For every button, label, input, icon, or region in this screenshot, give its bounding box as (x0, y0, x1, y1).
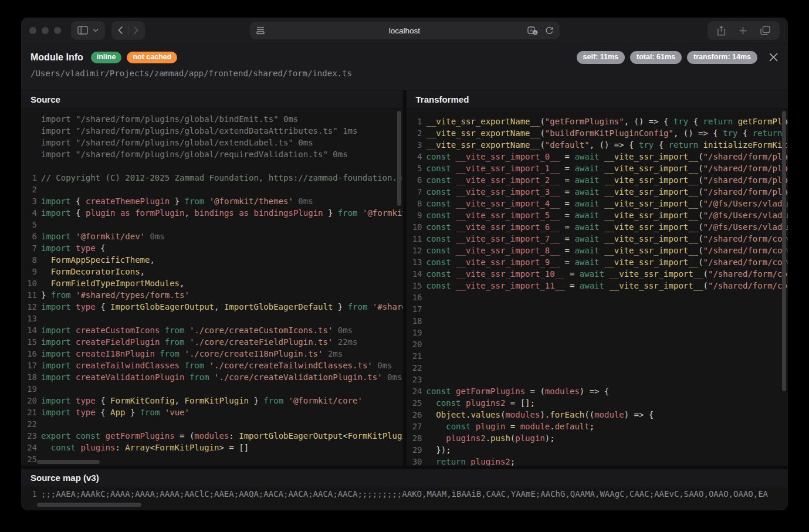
metric-self: self: 11ms (577, 51, 625, 64)
new-tab-button[interactable] (739, 26, 747, 35)
transformed-code: 1__vite_ssr_exportName__("getFormPlugins… (407, 109, 788, 466)
source-vertical-scrollbar[interactable] (397, 111, 401, 206)
reload-button[interactable] (545, 26, 554, 35)
sourcemap-title: Source map (v3) (21, 469, 788, 487)
sidebar-toggle[interactable] (71, 21, 105, 40)
close-button[interactable] (769, 52, 778, 62)
code-line: 27 const plugin = module.default; (407, 421, 788, 432)
window-minimize-button[interactable] (42, 27, 49, 34)
tab-overview-button[interactable] (760, 26, 770, 35)
code-line: 24 const plugins: Array<FormKitPlugin> =… (21, 442, 403, 453)
sourcemap-section: Source map (v3) 1;;;AAEA;AAAkC;AAAA;AAAA… (21, 466, 788, 510)
code-line: 8 FormAppSpecificTheme, (21, 254, 403, 266)
metric-total: total: 61ms (630, 51, 682, 64)
sidebar-icon (77, 26, 88, 35)
translate-button[interactable]: A x (527, 26, 538, 35)
code-line: 23 (407, 374, 788, 385)
browser-titlebar: localhost A x (21, 18, 788, 43)
code-line: 5const __vite_ssr_import_1__ = await __v… (407, 162, 788, 174)
code-line: 8const __vite_ssr_import_4__ = await __v… (407, 198, 788, 209)
code-line: 29 }); (407, 444, 788, 456)
code-line: 9 FormDecoratorIcons, (21, 266, 403, 277)
status-badge-not-cached: not cached (127, 52, 177, 63)
window-close-button[interactable] (29, 27, 36, 34)
source-panel-title: Source (21, 90, 403, 109)
code-line: import "/shared/form/plugins/global/exte… (21, 125, 403, 137)
transformed-panel-title: Transformed (407, 90, 788, 109)
code-line: 26 Object.values(modules).forEach((modul… (407, 409, 788, 421)
code-line: import "/shared/form/plugins/global/exte… (21, 137, 403, 148)
share-button[interactable] (717, 26, 726, 36)
metric-transform: transform: 14ms (687, 51, 757, 64)
module-file-path: /Users/vladimir/Projects/zammad/app/fron… (31, 69, 778, 78)
code-line: 15const __vite_ssr_import_11__ = await _… (407, 280, 788, 292)
code-line: 2__vite_ssr_exportName__("buildFormKitPl… (407, 127, 788, 139)
code-line: 4const __vite_ssr_import_0__ = await __v… (407, 151, 788, 162)
chevron-down-icon (93, 28, 99, 32)
code-line: 30 return plugins2; (407, 456, 788, 466)
code-line: 3import { createThemePlugin } from '@for… (21, 195, 403, 207)
code-line: 19 (21, 383, 403, 395)
transformed-panel: Transformed 1__vite_ssr_exportName__("ge… (407, 90, 788, 466)
code-line: 3__vite_ssr_exportName__("default", () =… (407, 139, 788, 151)
code-line: 21import type { App } from 'vue' (21, 406, 403, 418)
code-line: 25 const plugins2 = []; (407, 397, 788, 409)
sourcemap-code: 1;;;AAEA;AAAkC;AAAA;AAAA;AAAA;AAClC;AAEA… (21, 488, 788, 500)
code-panels: Source import "/shared/form/plugins/glob… (21, 90, 788, 466)
code-line: 20 (407, 338, 788, 350)
code-line: 15import createFieldPlugin from './core/… (21, 336, 403, 348)
url-text: localhost (250, 26, 560, 35)
source-pane[interactable]: import "/shared/form/plugins/global/bind… (21, 109, 403, 466)
source-panel: Source import "/shared/form/plugins/glob… (21, 90, 403, 466)
code-line: 12import type { ImportGlobEagerOutput, I… (21, 301, 403, 313)
nav-buttons (111, 21, 145, 40)
page-title: Module Info (31, 52, 83, 63)
code-line: 17 (407, 303, 788, 315)
sourcemap-horizontal-scrollbar[interactable] (37, 503, 141, 507)
source-code: import "/shared/form/plugins/global/bind… (21, 109, 403, 465)
code-line: 14const __vite_ssr_import_10__ = await _… (407, 268, 788, 280)
nav-divider (128, 26, 128, 35)
svg-text:A: A (529, 28, 533, 33)
code-line: 13const __vite_ssr_import_9__ = await __… (407, 256, 788, 268)
address-bar[interactable]: localhost A x (250, 22, 560, 39)
code-line: 7import type { (21, 242, 403, 254)
code-line: 10 FormFieldTypeImportModules, (21, 277, 403, 289)
code-line: 11const __vite_ssr_import_7__ = await __… (407, 233, 788, 245)
code-line: 10const __vite_ssr_import_6__ = await __… (407, 221, 788, 233)
browser-window: localhost A x (21, 18, 788, 510)
code-line: 21 (407, 350, 788, 362)
code-line: 16import createI18nPlugin from './core/c… (21, 348, 403, 360)
status-badge-inline: inline (91, 52, 122, 63)
code-line: 16 (407, 292, 788, 303)
code-line (21, 160, 403, 172)
transformed-vertical-scrollbar[interactable] (782, 111, 786, 391)
code-line: 2 (21, 184, 403, 195)
back-button[interactable] (118, 26, 123, 35)
code-line: 14import createCustomIcons from './core/… (21, 324, 403, 336)
code-line: 28 plugins2.push(plugin); (407, 432, 788, 444)
code-line: 6import '@formkit/dev' 0ms (21, 231, 403, 242)
window-zoom-button[interactable] (54, 27, 61, 34)
toolbar-right (708, 21, 780, 40)
code-line: 9const __vite_ssr_import_5__ = await __v… (407, 209, 788, 221)
svg-text:x: x (534, 31, 536, 35)
code-line: 1// Copyright (C) 2012-2025 Zammad Found… (21, 172, 403, 184)
code-line: 1;;;AAEA;AAAkC;AAAA;AAAA;AAAA;AAClC;AAEA… (21, 488, 788, 500)
code-line: 22 (21, 418, 403, 430)
code-line: 24const getFormPlugins = (modules) => { (407, 385, 788, 397)
code-line: 1__vite_ssr_exportName__("getFormPlugins… (407, 116, 788, 127)
code-line: 18 (407, 315, 788, 327)
code-line: 17import createTailwindClasses from './c… (21, 360, 403, 371)
code-line: 13 (21, 313, 403, 324)
code-line: import "/shared/form/plugins/global/bind… (21, 113, 403, 125)
source-horizontal-scrollbar[interactable] (37, 460, 100, 464)
code-line: 7const __vite_ssr_import_3__ = await __v… (407, 186, 788, 198)
code-line: 23export const getFormPlugins = (modules… (21, 430, 403, 442)
code-line: 20import type { FormKitConfig, FormKitPl… (21, 395, 403, 406)
module-info-header: Module Info inline not cached self: 11ms… (21, 43, 788, 90)
code-line: 11} from '#shared/types/form.ts' (21, 289, 403, 301)
transformed-pane[interactable]: 1__vite_ssr_exportName__("getFormPlugins… (407, 109, 788, 466)
forward-button[interactable] (133, 26, 138, 35)
code-line: 22 (407, 362, 788, 374)
